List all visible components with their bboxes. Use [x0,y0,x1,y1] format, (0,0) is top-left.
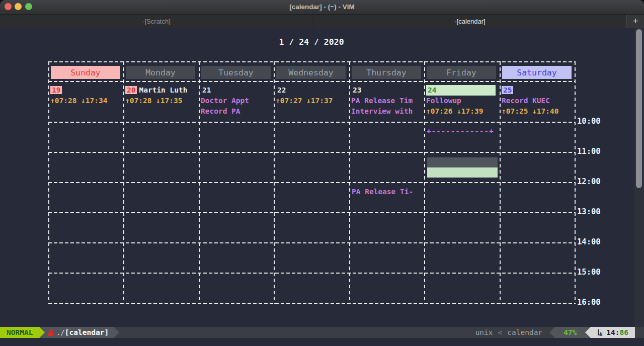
minimize-button[interactable] [15,3,22,10]
day-header-tuesday: Tuesday [201,66,271,79]
grid-hline [48,81,576,82]
grid-vline [48,61,49,304]
grid-hline [48,122,576,123]
file-format: unix [475,327,493,338]
cursor-colon: : [615,328,620,336]
title-bar: [calendar] - (~) - VIM [0,0,644,15]
statusbar-spacer [119,327,475,338]
new-tab-button[interactable]: + [626,15,644,28]
day-header-sunday: Sunday [51,66,120,79]
powerline-separator [585,327,591,338]
date-number: 20 [125,86,137,94]
status-bar: NORMAL ./[calendar] unix < calendar 47% … [0,327,644,338]
zoom-button[interactable] [25,3,32,10]
powerline-separator [39,327,45,338]
event-title: Doctor Appt [201,96,271,106]
time-label: 16:00 [577,298,605,308]
date-number-today: 24 [426,85,496,96]
time-label: 14:00 [577,237,605,247]
sun-times: ↑07:28 ↓17:34 [50,96,121,106]
event-title: Interview with [351,106,422,117]
day-header-wednesday: Wednesday [276,66,346,79]
context-label: calendar [507,327,542,338]
event-title: Record PA [201,106,271,117]
grid-hline [48,61,576,62]
thin-separator: < [498,327,503,338]
grid-vline [424,61,425,304]
scrollbar-track[interactable] [634,28,644,327]
grid-hline [48,242,576,243]
scrollbar-thumb[interactable] [636,29,642,188]
powerline-separator [549,327,555,338]
statusbar-end-spacer [635,327,644,338]
cursor-position: 14:86 [591,327,635,338]
date-number: 19 [50,86,62,94]
friday-event-border: +------------+ [427,127,499,135]
time-label: 12:00 [577,177,605,187]
event-title: Record KUEC [502,96,572,106]
calendar-cell-19[interactable]: 19 ↑07:28 ↓17:34 [50,85,121,120]
calendar-cell-20[interactable]: 20Martin Luth ↑07:28 ↓17:35 [125,85,196,120]
tab-bar: -[Scratch] -[calendar] + [0,15,644,28]
powerline-separator [114,327,119,338]
day-header-monday: Monday [126,66,195,79]
vim-window: [calendar] - (~) - VIM -[Scratch] -[cale… [0,0,644,346]
grid-vline [500,61,501,304]
grid-vline [123,61,124,304]
day-header-saturday: Saturday [502,66,572,79]
grid-vline [274,61,275,304]
calendar-cell-23[interactable]: 23 PA Release Tim Interview with [351,85,422,120]
time-label: 13:00 [577,207,605,217]
sun-times: ↑07:25 ↓17:40 [502,106,572,117]
calendar-cell-21[interactable]: 21 Doctor Appt Record PA [201,85,271,120]
path-prefix: ./ [56,328,64,336]
event-title: PA Release Tim [351,96,422,106]
event-title: Followup [426,96,497,106]
readonly-lock-icon [48,329,53,336]
grid-hline [48,152,576,153]
date-number: 23 [351,86,363,94]
file-segment: ./[calendar] [45,327,114,338]
date-number: 21 [201,86,212,94]
friday-event-block-green[interactable] [427,167,498,178]
grid-hline [48,273,576,274]
thursday-event-overlay: PA Release Ti- [352,188,413,196]
grid-vline [575,61,576,304]
grid-vline [199,61,200,304]
time-label: 10:00 [577,117,605,127]
cursor-line: 14 [606,328,615,336]
grid-hline [48,182,576,183]
scroll-percent: 47% [555,327,585,338]
sun-times: ↑07:27 ↓17:37 [276,96,346,106]
close-button[interactable] [5,3,12,10]
cursor-column: 86 [620,328,628,336]
time-label: 11:00 [577,147,605,157]
sun-times: ↑07:26 ↓17:39 [426,106,497,117]
friday-event-block-gray[interactable] [427,157,498,167]
grid-hline [48,212,576,213]
file-name: [calendar] [65,328,109,336]
date-number: 22 [276,86,287,94]
window-title: [calendar] - (~) - VIM [0,0,644,14]
time-label: 15:00 [577,268,605,278]
tab-scratch[interactable]: -[Scratch] [0,15,313,28]
line-number-icon [597,329,603,336]
calendar-cell-25[interactable]: 25 Record KUEC ↑07:25 ↓17:40 [502,85,572,120]
calendar-cell-24[interactable]: 24 Followup ↑07:26 ↓17:39 [426,85,497,120]
event-title: Martin Luth [139,86,187,94]
sun-times: ↑07:28 ↓17:35 [125,96,196,106]
day-header-thursday: Thursday [352,66,421,79]
mode-indicator: NORMAL [0,327,39,338]
calendar-cell-22[interactable]: 22 ↑07:27 ↓17:37 [276,85,346,120]
date-number: 25 [502,86,513,94]
calendar-date-heading: 1 / 24 / 2020 [48,37,575,47]
day-header-friday: Friday [427,66,496,79]
tab-calendar[interactable]: -[calendar] [313,15,626,28]
grid-hline [48,303,576,304]
grid-vline [349,61,350,304]
